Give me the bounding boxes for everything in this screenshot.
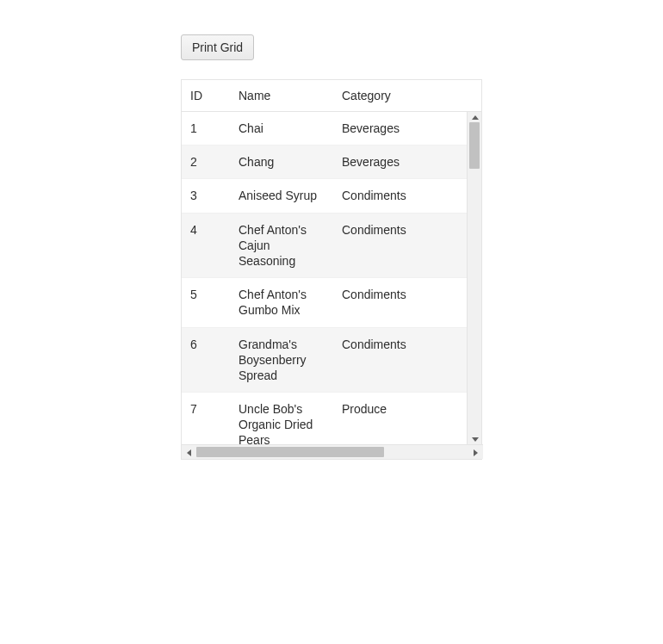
cell-id: 2 <box>182 146 230 178</box>
cell-id: 4 <box>182 214 230 278</box>
scroll-up-button[interactable] <box>468 112 481 122</box>
horizontal-scrollbar[interactable] <box>182 444 483 459</box>
cell-id: 3 <box>182 179 230 212</box>
table-row[interactable]: 6 Grandma's Boysenberry Spread Condiment… <box>182 328 481 393</box>
scroll-left-button[interactable] <box>182 445 196 460</box>
vertical-scrollbar-thumb[interactable] <box>469 122 480 169</box>
cell-category: Beverages <box>333 146 462 178</box>
cell-category: Produce <box>333 393 462 444</box>
table-row[interactable]: 4 Chef Anton's Cajun Seasoning Condiment… <box>182 214 481 279</box>
grid-header-row: ID Name Category <box>182 80 481 112</box>
scroll-down-button[interactable] <box>468 434 481 444</box>
chevron-down-icon <box>472 437 479 442</box>
cell-name: Uncle Bob's Organic Dried Pears <box>230 393 333 444</box>
cell-category: Condiments <box>333 328 462 393</box>
table-row[interactable]: 2 Chang Beverages <box>182 146 481 179</box>
scroll-right-button[interactable] <box>468 445 483 460</box>
chevron-right-icon <box>474 449 478 456</box>
cell-id: 1 <box>182 112 230 145</box>
grid-body: 1 Chai Beverages 2 Chang Beverages 3 Ani… <box>182 112 481 444</box>
cell-name: Chef Anton's Gumbo Mix <box>230 278 333 326</box>
cell-id: 5 <box>182 278 230 326</box>
cell-name: Aniseed Syrup <box>230 179 333 212</box>
cell-name: Grandma's Boysenberry Spread <box>230 328 333 393</box>
table-row[interactable]: 1 Chai Beverages <box>182 112 481 146</box>
vertical-scrollbar[interactable] <box>467 112 481 444</box>
table-row[interactable]: 5 Chef Anton's Gumbo Mix Condiments <box>182 278 481 327</box>
table-row[interactable]: 7 Uncle Bob's Organic Dried Pears Produc… <box>182 393 481 444</box>
column-header-id[interactable]: ID <box>182 80 230 111</box>
horizontal-scrollbar-thumb[interactable] <box>196 447 384 457</box>
column-header-name[interactable]: Name <box>230 80 333 111</box>
data-grid: ID Name Category 1 Chai Beverages 2 Chan… <box>181 79 482 460</box>
chevron-up-icon <box>472 115 479 120</box>
chevron-left-icon <box>187 449 191 456</box>
cell-id: 7 <box>182 393 230 444</box>
table-row[interactable]: 3 Aniseed Syrup Condiments <box>182 179 481 213</box>
grid-body-wrapper: 1 Chai Beverages 2 Chang Beverages 3 Ani… <box>182 112 481 444</box>
cell-category: Condiments <box>333 214 462 278</box>
cell-name: Chai <box>230 112 333 145</box>
cell-id: 6 <box>182 328 230 393</box>
column-header-category[interactable]: Category <box>333 80 462 111</box>
cell-category: Condiments <box>333 179 462 212</box>
cell-name: Chang <box>230 146 333 178</box>
cell-category: Beverages <box>333 112 462 145</box>
cell-category: Condiments <box>333 278 462 326</box>
main-container: Print Grid ID Name Category 1 Chai Bever… <box>181 34 482 460</box>
cell-name: Chef Anton's Cajun Seasoning <box>230 214 333 278</box>
print-grid-button[interactable]: Print Grid <box>181 34 254 60</box>
horizontal-scrollbar-track[interactable] <box>196 445 468 459</box>
